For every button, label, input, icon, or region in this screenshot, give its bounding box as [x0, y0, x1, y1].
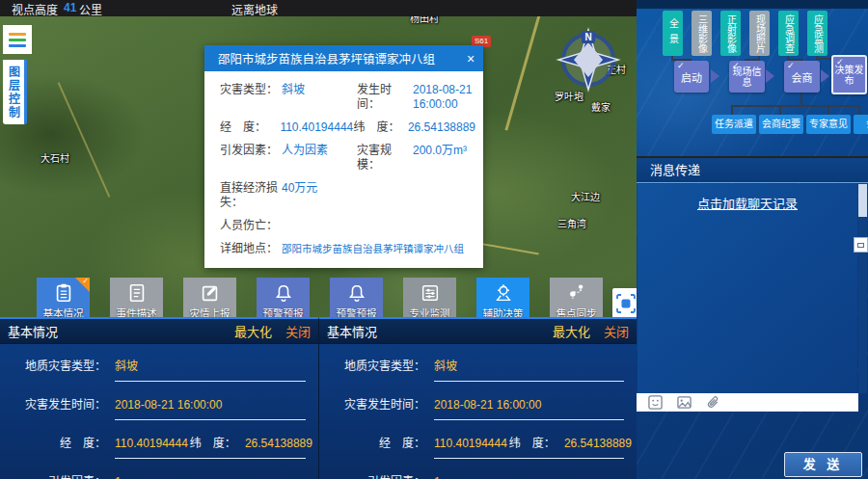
flow-node-decision-release[interactable]: ✓ 决策发布 [831, 55, 867, 94]
field-value: 斜坡 [115, 359, 138, 373]
hamburger-icon [9, 33, 26, 36]
flow-node-site-info[interactable]: ✓ 现场信息 [729, 61, 765, 93]
field-value: 邵阳市城步苗族自治县茅坪镇谭家冲八组 [282, 242, 475, 256]
field-value: 1 [434, 475, 441, 479]
toolbar-tile-basic-info[interactable]: 基本情况 ✓ [37, 278, 90, 320]
close-icon[interactable]: × [458, 51, 483, 67]
chat-toolbar [637, 393, 858, 412]
flow-source-emergency-survey[interactable]: 应急调查 [778, 11, 799, 56]
map-mode-label: 远离地球 [231, 1, 278, 17]
panel-header: 基本情况 最大化 关闭 [319, 319, 637, 344]
emoji-icon[interactable] [648, 395, 663, 410]
collapse-icon [857, 243, 864, 248]
flow-source-ortho-imagery[interactable]: 正射影像 [720, 11, 741, 56]
flow-btn-task-dispatch[interactable]: 任务派遣 [712, 115, 756, 134]
field-label: 经 度： [319, 434, 425, 450]
clipboard-icon [52, 282, 75, 304]
check-icon: ✓ [787, 61, 795, 70]
field-label: 经 度： [0, 434, 106, 450]
field-value: 110.40194444 [280, 120, 353, 135]
field-value: 2018-08-21 16:00:00 [115, 398, 222, 412]
field-value: 1 [115, 475, 122, 479]
field-label: 纬 度： [353, 120, 408, 135]
chat-scrollbar[interactable] [858, 184, 867, 393]
map-road [58, 82, 111, 198]
field-label: 发生时间： [357, 83, 413, 112]
document-icon [125, 282, 149, 304]
popup-title: 邵阳市城步苗族自治县茅坪镇谭家冲八组 [204, 49, 458, 67]
bell-icon [272, 282, 295, 304]
toolbar-tile-monitor[interactable]: 专业监测 [403, 278, 456, 320]
panel-collapse-button[interactable] [854, 237, 868, 253]
flow-source-3d-imagery[interactable]: 三维影像 [692, 11, 712, 56]
flow-node-start[interactable]: ✓ 启动 [674, 61, 709, 93]
viewpoint-label: 视点高度 [12, 1, 58, 17]
toolbar-tile-warning-2[interactable]: 预警预报 [330, 278, 383, 320]
check-icon: ✓ [836, 57, 844, 67]
field-value: 200.0万m³ [413, 144, 475, 173]
field-label: 人员伤亡： [220, 219, 282, 233]
flow-source-emergency-monitor[interactable]: 应急监测 [807, 11, 827, 56]
field-label: 引发因素： [220, 144, 282, 173]
panel-header: 基本情况 最大化 关闭 [0, 319, 318, 344]
map-place-label: 戴家 [591, 99, 610, 114]
fullscreen-button[interactable] [612, 288, 638, 318]
toolbar-tile-event-desc[interactable]: 事件描述 [110, 278, 163, 320]
compass-icon: N [556, 27, 621, 93]
edit-icon [199, 282, 222, 304]
field-value: 26.54138889 [408, 120, 475, 135]
scrollbar-thumb[interactable] [858, 184, 867, 217]
load-chat-history-link[interactable]: 点击加载聊天记录 [637, 194, 857, 212]
field-label: 经 度： [220, 120, 280, 135]
field-label: 地质灾害类型： [319, 357, 425, 373]
pin-icon [492, 282, 515, 304]
field-label: 灾害发生时间： [0, 395, 106, 412]
bell-icon [345, 282, 368, 304]
layer-control-tab[interactable]: 图层控制 [3, 60, 27, 124]
field-value: 110.40194444 [115, 437, 188, 450]
map-place-label: 大江边 [571, 189, 600, 203]
field-value: 斜坡 [434, 359, 457, 373]
menu-button[interactable] [3, 25, 32, 54]
send-button[interactable]: 发 送 [784, 452, 862, 477]
sliders-icon [419, 282, 442, 304]
popup-header: 邵阳市城步苗族自治县茅坪镇谭家冲八组 × [204, 45, 483, 71]
flow-arrow-icon [821, 69, 829, 83]
basic-info-panel-1: 基本情况 最大化 关闭 地质灾害类型：斜坡 灾害发生时间：2018-08-21 … [0, 317, 318, 479]
map-place-label: 三角湾 [557, 216, 586, 230]
route-icon [565, 282, 588, 304]
field-value: 26.54138889 [564, 437, 632, 450]
fullscreen-icon [615, 293, 637, 314]
check-icon: ✓ [677, 61, 685, 70]
attachment-icon[interactable] [706, 395, 720, 410]
close-button[interactable]: 关闭 [285, 322, 311, 340]
flow-source-panorama[interactable]: 全景 [663, 11, 683, 56]
toolbar-tile-decision[interactable]: 辅助决策 [476, 278, 529, 320]
flow-btn-meeting-minutes[interactable]: 会商纪要 [759, 115, 803, 134]
image-icon[interactable] [677, 395, 692, 410]
disaster-info-popup: 邵阳市城步苗族自治县茅坪镇谭家冲八组 × 灾害类型： 斜坡 发生时间： 2018… [204, 45, 483, 268]
flow-node-consultation[interactable]: ✓ 会商 [784, 61, 820, 93]
field-label: 引发因素： [319, 472, 425, 479]
flow-btn-consultation[interactable]: 会商 [854, 115, 868, 134]
flow-arrow-icon [766, 69, 774, 83]
flow-source-site-photos[interactable]: 现场照片 [749, 11, 770, 56]
toolbar-tile-focus-sync[interactable]: 焦点同步 [550, 278, 603, 320]
app-window: 杨田村 正村 罗叶垉 戴家 大石村 大江边 三角湾 平头山冲 温水田 S61 视… [0, 0, 868, 479]
flow-btn-expert-opinion[interactable]: 专家意见 [806, 115, 851, 134]
maximize-button[interactable]: 最大化 [553, 322, 590, 340]
altitude-value: 41 [64, 1, 76, 14]
toolbar-tile-report[interactable]: 灾情上报 [183, 278, 236, 320]
altitude-unit: 公里 [79, 1, 102, 17]
flow-arrow-icon [711, 69, 719, 83]
field-label: 纬 度： [190, 437, 236, 450]
compass-control[interactable]: N [556, 27, 621, 93]
status-bar: 视点高度 41 公里 远离地球 [0, 0, 637, 16]
chat-history-area[interactable]: 点击加载聊天记录 [637, 184, 857, 393]
toolbar-tile-warning-1[interactable]: 预警预报 [257, 278, 310, 320]
field-value: 人为因素 [282, 144, 357, 173]
basic-info-panel-2: 基本情况 最大化 关闭 地质灾害类型：斜坡 灾害发生时间：2018-08-21 … [318, 317, 637, 479]
field-label: 灾害发生时间： [319, 395, 425, 412]
maximize-button[interactable]: 最大化 [234, 322, 272, 340]
close-button[interactable]: 关闭 [604, 322, 629, 340]
